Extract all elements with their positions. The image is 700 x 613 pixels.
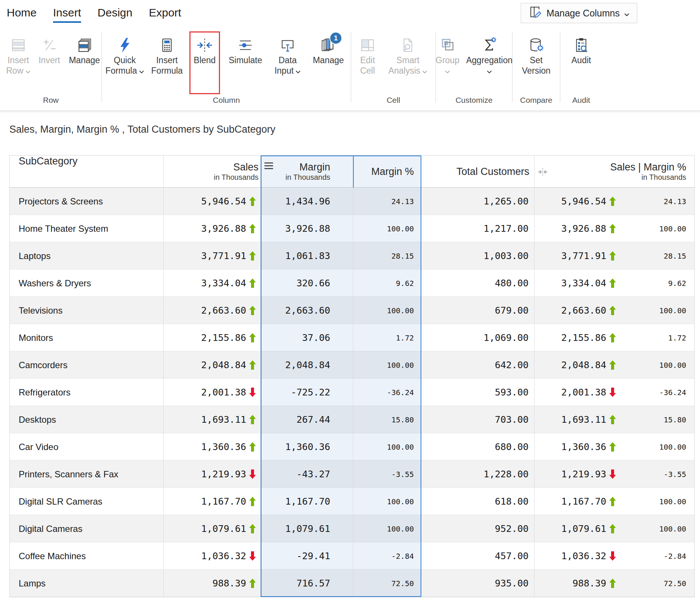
margin-cell[interactable]: 716.57 xyxy=(261,570,353,597)
subcategory-cell[interactable]: Camcorders xyxy=(10,351,164,379)
simulate-button[interactable]: Simulate xyxy=(224,31,266,94)
subcategory-cell[interactable]: Monitors xyxy=(10,324,164,351)
sales-cell[interactable]: 2,048.84 xyxy=(164,351,261,379)
margin-cell[interactable]: 1,167.70 xyxy=(261,488,353,515)
insert-row-button[interactable]: InsertRow xyxy=(5,31,31,94)
customers-cell[interactable]: 703.00 xyxy=(421,406,535,433)
margin-cell[interactable]: -29.41 xyxy=(261,542,353,570)
customers-cell[interactable]: 642.00 xyxy=(421,351,535,379)
blend-cell[interactable]: 2,663.60100.00 xyxy=(535,297,694,324)
manage-columns-ribbon-button[interactable]: 1Manage xyxy=(309,31,348,94)
customers-cell[interactable]: 935.00 xyxy=(421,570,535,597)
margin-cell[interactable]: 267.44 xyxy=(261,406,353,433)
margin-cell[interactable]: 37.06 xyxy=(261,324,353,351)
margin-cell[interactable]: 3,926.88 xyxy=(261,215,353,242)
margin-pct-cell[interactable]: 15.80 xyxy=(353,406,421,433)
margin-cell[interactable]: -43.27 xyxy=(261,460,353,488)
margin-pct-cell[interactable]: 100.00 xyxy=(353,433,421,460)
subcategory-cell[interactable]: Lamps xyxy=(10,570,164,597)
margin-pct-cell[interactable]: -2.84 xyxy=(353,542,421,570)
blend-cell[interactable]: 2,048.84100.00 xyxy=(535,351,694,379)
edit-cell-button[interactable]: EditCell xyxy=(355,31,380,94)
margin-pct-cell[interactable]: 100.00 xyxy=(353,215,421,242)
subcategory-cell[interactable]: Car Video xyxy=(10,433,164,460)
sales-cell[interactable]: 1,036.32 xyxy=(164,542,261,570)
sales-cell[interactable]: 3,771.91 xyxy=(164,242,261,269)
sales-cell[interactable]: 3,926.88 xyxy=(164,215,261,242)
group-button[interactable]: Group xyxy=(434,31,461,94)
sales-cell[interactable]: 2,663.60 xyxy=(164,297,261,324)
column-header-margin_pct[interactable]: Margin % xyxy=(353,155,421,188)
data-input-button[interactable]: DataInput xyxy=(271,31,304,94)
subcategory-cell[interactable]: Washers & Dryers xyxy=(10,269,164,297)
customers-cell[interactable]: 618.00 xyxy=(421,488,535,515)
margin-pct-cell[interactable]: 28.15 xyxy=(353,242,421,269)
manage-rows-button[interactable]: Manage xyxy=(67,31,102,94)
blend-cell[interactable]: 3,926.88100.00 xyxy=(535,215,694,242)
margin-pct-cell[interactable]: 1.72 xyxy=(353,324,421,351)
customers-cell[interactable]: 680.00 xyxy=(421,433,535,460)
margin-cell[interactable]: -725.22 xyxy=(261,379,353,406)
margin-pct-cell[interactable]: 100.00 xyxy=(353,351,421,379)
blend-cell[interactable]: 1,167.70100.00 xyxy=(535,488,694,515)
margin-cell[interactable]: 2,048.84 xyxy=(261,351,353,379)
manage-columns-button[interactable]: Manage Columns xyxy=(521,3,637,23)
margin-pct-cell[interactable]: 72.50 xyxy=(353,570,421,597)
tab-home[interactable]: Home xyxy=(7,6,37,23)
tab-design[interactable]: Design xyxy=(97,6,132,23)
sales-cell[interactable]: 2,155.86 xyxy=(164,324,261,351)
sales-cell[interactable]: 1,219.93 xyxy=(164,460,261,488)
blend-cell[interactable]: 2,155.861.72 xyxy=(535,324,694,351)
audit-button[interactable]: Audit xyxy=(566,31,596,94)
subcategory-cell[interactable]: Projectors & Screens xyxy=(10,188,164,215)
tab-insert[interactable]: Insert xyxy=(53,6,81,23)
sales-cell[interactable]: 1,079.61 xyxy=(164,515,261,542)
blend-cell[interactable]: 3,334.049.62 xyxy=(535,269,694,297)
subcategory-cell[interactable]: Home Theater System xyxy=(10,215,164,242)
subcategory-cell[interactable]: Printers, Scanners & Fax xyxy=(10,460,164,488)
subcategory-cell[interactable]: Coffee Machines xyxy=(10,542,164,570)
sales-cell[interactable]: 3,334.04 xyxy=(164,269,261,297)
customers-cell[interactable]: 457.00 xyxy=(421,542,535,570)
margin-pct-cell[interactable]: 24.13 xyxy=(353,188,421,215)
margin-pct-cell[interactable]: 100.00 xyxy=(353,488,421,515)
sales-cell[interactable]: 988.39 xyxy=(164,570,261,597)
column-header-blend[interactable]: Sales | Margin %in Thousands xyxy=(535,155,694,188)
tab-export[interactable]: Export xyxy=(149,6,181,23)
insert-formula-button[interactable]: InsertFormula xyxy=(149,31,185,94)
quick-formula-button[interactable]: QuickFormula xyxy=(105,31,145,94)
customers-cell[interactable]: 480.00 xyxy=(421,269,535,297)
margin-pct-cell[interactable]: 100.00 xyxy=(353,515,421,542)
margin-cell[interactable]: 320.66 xyxy=(261,269,353,297)
blend-cell[interactable]: 3,771.9128.15 xyxy=(535,242,694,269)
margin-pct-cell[interactable]: 9.62 xyxy=(353,269,421,297)
sales-cell[interactable]: 5,946.54 xyxy=(164,188,261,215)
subcategory-cell[interactable]: Digital Cameras xyxy=(10,515,164,542)
column-header-sales[interactable]: Salesin Thousands xyxy=(164,155,261,188)
column-header-margin[interactable]: Marginin Thousands xyxy=(261,155,353,188)
customers-cell[interactable]: 1,228.00 xyxy=(421,460,535,488)
customers-cell[interactable]: 1,265.00 xyxy=(421,188,535,215)
subcategory-cell[interactable]: Refrigerators xyxy=(10,379,164,406)
margin-cell[interactable]: 2,663.60 xyxy=(261,297,353,324)
customers-cell[interactable]: 952.00 xyxy=(421,515,535,542)
aggregation-button[interactable]: Aggregation xyxy=(465,31,514,94)
column-header-subcategory[interactable]: SubCategory xyxy=(10,155,164,188)
drag-handle-icon[interactable] xyxy=(264,162,273,171)
blend-cell[interactable]: 5,946.5424.13 xyxy=(535,188,694,215)
customers-cell[interactable]: 1,003.00 xyxy=(421,242,535,269)
blend-cell[interactable]: 2,001.38-36.24 xyxy=(535,379,694,406)
blend-cell[interactable]: 988.3972.50 xyxy=(535,570,694,597)
sales-cell[interactable]: 2,001.38 xyxy=(164,379,261,406)
customers-cell[interactable]: 1,217.00 xyxy=(421,215,535,242)
margin-pct-cell[interactable]: 100.00 xyxy=(353,297,421,324)
column-header-customers[interactable]: Total Customers xyxy=(421,155,535,188)
blend-button[interactable]: Blend xyxy=(189,31,220,94)
invert-button[interactable]: Invert xyxy=(36,31,63,94)
set-version-button[interactable]: SetVersion xyxy=(518,31,555,94)
margin-cell[interactable]: 1,434.96 xyxy=(261,188,353,215)
subcategory-cell[interactable]: Desktops xyxy=(10,406,164,433)
blend-cell[interactable]: 1,219.93-3.55 xyxy=(535,460,694,488)
margin-cell[interactable]: 1,360.36 xyxy=(261,433,353,460)
customers-cell[interactable]: 593.00 xyxy=(421,379,535,406)
